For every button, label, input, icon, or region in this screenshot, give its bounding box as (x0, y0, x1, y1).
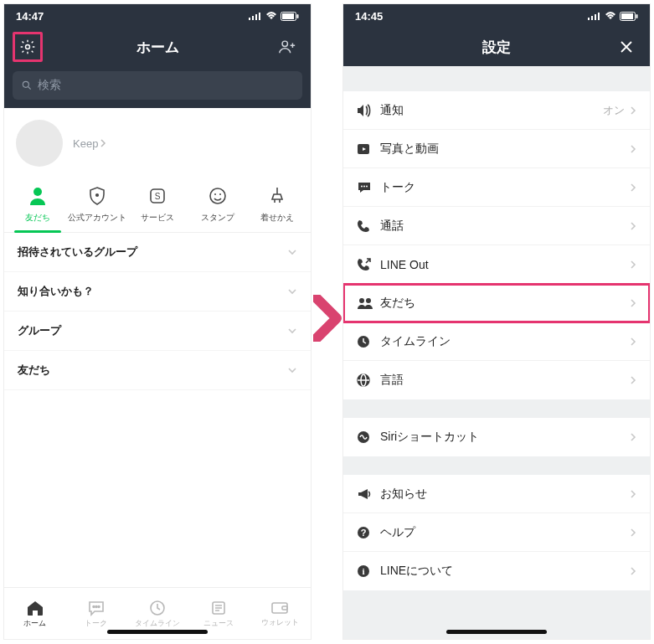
svg-point-9 (23, 81, 28, 87)
search-placeholder: 検索 (38, 78, 61, 93)
svg-rect-1 (252, 16, 254, 20)
bottom-talk[interactable]: トーク (65, 600, 126, 629)
wifi-icon (265, 12, 277, 20)
avatar (16, 120, 63, 167)
search-input[interactable]: 検索 (13, 71, 302, 100)
settings-row-clock[interactable]: タイムライン (343, 322, 650, 361)
svg-rect-6 (297, 14, 299, 18)
chevron-right-icon (630, 337, 636, 347)
chevron-right-icon (630, 432, 636, 442)
status-bar: 14:45 (343, 4, 650, 28)
svg-text:S: S (155, 192, 161, 201)
svg-rect-27 (598, 13, 600, 20)
chevron-down-icon (287, 367, 297, 374)
service-icon: S (148, 187, 167, 205)
bottom-home[interactable]: ホーム (4, 600, 65, 629)
friends-icon (357, 297, 380, 309)
tab-friends[interactable]: 友だち (8, 185, 68, 232)
svg-text:?: ? (361, 528, 367, 538)
settings-row-megaphone[interactable]: お知らせ (343, 475, 650, 513)
svg-point-36 (366, 298, 371, 303)
svg-point-14 (210, 188, 225, 204)
settings-row-label: LINEについて (380, 564, 630, 579)
chevron-right-icon (630, 144, 636, 154)
close-icon (619, 39, 634, 54)
arrow-right-icon (313, 295, 342, 342)
section-friends[interactable]: 友だち (4, 351, 311, 390)
phone-icon (357, 219, 380, 233)
settings-row-label: ヘルプ (380, 525, 630, 540)
status-bar: 14:47 (4, 4, 311, 28)
info-icon: i (357, 564, 380, 578)
signal-icon (588, 12, 601, 20)
settings-row-phone[interactable]: 通話 (343, 207, 650, 245)
shield-icon (88, 186, 106, 206)
section-groups[interactable]: グループ (4, 312, 311, 351)
clock-icon (357, 335, 380, 348)
section-maybe-know[interactable]: 知り合いかも？ (4, 272, 311, 312)
svg-point-35 (359, 298, 364, 303)
settings-row-help[interactable]: ?ヘルプ (343, 513, 650, 552)
close-button[interactable] (611, 32, 641, 62)
settings-button[interactable] (13, 32, 43, 62)
svg-point-10 (33, 188, 42, 196)
search-icon (21, 80, 33, 91)
chevron-right-icon (100, 139, 106, 147)
home-icon (26, 600, 44, 616)
settings-row-siri[interactable]: Siriショートカット (343, 418, 650, 456)
clock-icon (149, 600, 166, 616)
home-indicator (107, 630, 208, 634)
wifi-icon (605, 12, 616, 20)
svg-point-15 (214, 193, 216, 195)
keep-link[interactable]: Keep (73, 137, 106, 150)
svg-point-8 (282, 41, 287, 46)
settings-screen: 14:45 設定 通知オン写真と動画トーク通話LINE Out友だちタイムライン… (342, 3, 651, 640)
gear-icon (19, 39, 36, 55)
settings-row-friends[interactable]: 友だち (343, 284, 650, 322)
settings-row-speaker[interactable]: 通知オン (343, 91, 650, 130)
settings-row-chat[interactable]: トーク (343, 168, 650, 207)
settings-group: 通知オン写真と動画トーク通話LINE Out友だちタイムライン言語 (343, 91, 650, 399)
section-invited-groups[interactable]: 招待されているグループ (4, 233, 311, 272)
bottom-wallet[interactable]: ウォレット (250, 600, 311, 628)
settings-row-globe[interactable]: 言語 (343, 361, 650, 399)
chevron-down-icon (287, 249, 297, 255)
brush-icon (269, 186, 286, 206)
chevron-right-icon (630, 489, 636, 499)
profile-row[interactable]: Keep (4, 108, 311, 175)
chat-icon (87, 600, 106, 616)
svg-rect-23 (282, 606, 287, 610)
bottom-news[interactable]: ニュース (188, 600, 250, 629)
tab-official[interactable]: 公式アカウント (68, 185, 128, 232)
navbar: ホーム (4, 28, 311, 66)
globe-icon (357, 374, 380, 387)
svg-point-7 (26, 45, 30, 49)
add-friend-button[interactable] (272, 32, 302, 62)
search-bar: 検索 (4, 66, 311, 108)
settings-row-phone-out[interactable]: LINE Out (343, 245, 650, 284)
tab-services[interactable]: S サービス (127, 185, 188, 232)
svg-rect-3 (259, 13, 260, 20)
settings-row-label: Siriショートカット (380, 430, 630, 445)
settings-row-info[interactable]: iLINEについて (343, 552, 650, 590)
bottom-timeline[interactable]: タイムライン (126, 600, 188, 629)
person-icon (29, 187, 46, 205)
video-icon (357, 142, 380, 156)
svg-point-34 (366, 185, 368, 187)
tab-stamps[interactable]: スタンプ (188, 185, 248, 232)
settings-row-label: タイムライン (380, 334, 630, 349)
svg-text:i: i (362, 566, 364, 576)
page-title: ホーム (4, 38, 311, 57)
chat-icon (357, 181, 380, 194)
svg-point-19 (98, 606, 100, 608)
status-time: 14:45 (355, 10, 383, 23)
chevron-right-icon (630, 106, 636, 116)
chevron-right-icon (630, 221, 636, 231)
svg-point-17 (93, 606, 95, 608)
speaker-icon (357, 104, 380, 117)
chevron-right-icon (630, 260, 636, 270)
settings-list[interactable]: 通知オン写真と動画トーク通話LINE Out友だちタイムライン言語Siriショー… (343, 66, 650, 639)
tab-themes[interactable]: 着せかえ (247, 185, 307, 232)
status-icons (588, 12, 638, 21)
settings-row-video[interactable]: 写真と動画 (343, 130, 650, 168)
